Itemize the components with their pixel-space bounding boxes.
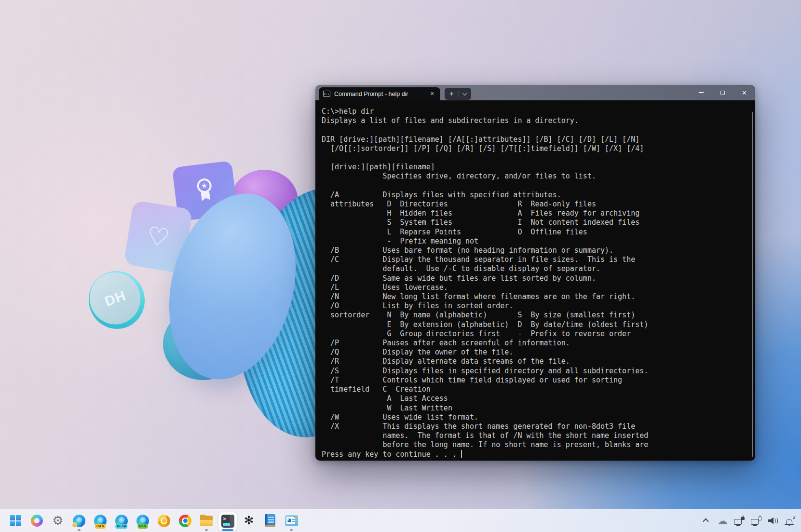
do-not-disturb-z: z <box>793 516 796 520</box>
terminal-cursor <box>461 450 462 458</box>
chrome-canary-icon <box>158 515 170 527</box>
notepad-icon <box>265 514 275 527</box>
tray-network[interactable] <box>751 516 761 526</box>
edge-dev-icon: DEV <box>136 515 149 527</box>
tray-onedrive[interactable]: ☁ <box>717 516 728 526</box>
taskbar-pinned-apps: ⚙ CAN BETA DEV > <box>0 510 301 532</box>
beta-badge: BETA <box>115 524 127 529</box>
tab-dropdown-button[interactable] <box>459 92 471 95</box>
maximize-button[interactable] <box>712 85 733 100</box>
active-window-indicator <box>222 529 233 531</box>
windows-start-icon <box>10 515 21 526</box>
dev-badge: DEV <box>138 524 148 529</box>
copilot-icon <box>31 515 43 527</box>
tray-chevron-button[interactable] <box>700 516 711 526</box>
onedrive-cloud-icon: ☁ <box>718 516 728 526</box>
minimize-button[interactable] <box>690 85 712 100</box>
tab-close-button[interactable]: ✕ <box>428 90 436 98</box>
tab-title: Command Prompt - help dir <box>334 91 428 97</box>
taskbar-item-edge-beta[interactable]: BETA <box>112 510 131 532</box>
running-indicator <box>205 529 208 531</box>
taskbar-item-file-explorer[interactable] <box>197 510 216 532</box>
new-tab-group: + <box>445 88 471 100</box>
new-tab-button[interactable]: + <box>445 89 458 98</box>
edge-canary-icon: CAN <box>94 515 107 527</box>
desktop: { "wallpaper": { "theme": "dev-home-bloo… <box>0 0 801 532</box>
taskbar-item-settings[interactable]: ⚙ <box>48 510 68 532</box>
taskbar-item-chrome[interactable] <box>176 510 195 532</box>
running-indicator <box>78 529 81 531</box>
taskbar-item-system-monitor[interactable] <box>282 510 301 532</box>
chevron-up-icon <box>703 518 709 525</box>
canary-badge: CAN <box>95 524 106 529</box>
terminal-content[interactable]: C:\>help dir Displays a list of files an… <box>315 100 755 461</box>
network-ethernet-icon <box>751 519 759 525</box>
tray-notifications[interactable]: z <box>785 516 795 526</box>
terminal-output-text: C:\>help dir Displays a list of files an… <box>322 107 648 459</box>
rosette-badge-icon: ★ <box>193 177 217 205</box>
chrome-icon <box>179 515 191 527</box>
running-indicator <box>290 529 293 531</box>
chatgpt-icon: ✻ <box>244 515 254 527</box>
taskbar-item-edge-dev[interactable]: DEV <box>133 510 152 532</box>
taskbar-item-notepad[interactable] <box>260 510 280 532</box>
start-button[interactable] <box>6 510 25 532</box>
wallpaper-dh-disc: DH <box>83 265 150 334</box>
minimize-icon <box>699 92 704 93</box>
taskbar-item-chrome-canary[interactable] <box>154 510 174 532</box>
taskbar-item-terminal-active[interactable]: > <box>218 512 237 531</box>
maximize-icon <box>720 91 725 95</box>
system-tray: ☁ z <box>700 509 801 532</box>
taskbar-item-edge-canary[interactable]: CAN <box>91 510 110 532</box>
speaker-icon <box>768 518 774 524</box>
file-explorer-icon <box>200 516 213 526</box>
edge-beta-icon: BETA <box>115 515 128 527</box>
taskbar-item-edge[interactable] <box>69 510 89 532</box>
heart-icon: ♡ <box>145 223 171 251</box>
terminal-tab[interactable]: C:\_ Command Prompt - help dir ✕ <box>319 87 440 100</box>
edge-icon <box>73 515 85 527</box>
close-button[interactable]: ✕ <box>733 85 755 100</box>
taskbar-item-chatgpt[interactable]: ✻ <box>239 510 258 532</box>
dh-disc-label: DH <box>103 287 128 309</box>
windows-terminal-icon: > <box>221 515 234 528</box>
terminal-scrollbar[interactable] <box>752 112 753 457</box>
close-icon: ✕ <box>742 90 747 96</box>
tray-volume[interactable] <box>768 516 778 526</box>
chevron-down-icon <box>462 91 467 95</box>
terminal-titlebar[interactable]: C:\_ Command Prompt - help dir ✕ + ✕ <box>315 85 755 100</box>
terminal-window: C:\_ Command Prompt - help dir ✕ + ✕ C:\… <box>315 85 755 461</box>
system-monitor-icon <box>285 515 298 526</box>
settings-gear-icon: ⚙ <box>52 515 63 527</box>
tray-screen-lock[interactable] <box>734 516 745 526</box>
window-controls: ✕ <box>690 85 755 100</box>
cmd-prompt-icon: C:\_ <box>323 91 330 97</box>
notification-bell-icon <box>786 519 792 524</box>
taskbar: ⚙ CAN BETA DEV > <box>0 509 801 532</box>
edge-profile-badge <box>72 522 77 528</box>
taskbar-item-copilot[interactable] <box>27 510 46 532</box>
